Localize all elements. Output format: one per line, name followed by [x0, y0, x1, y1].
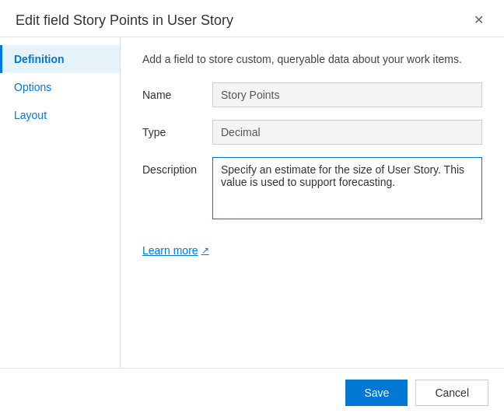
content-description: Add a field to store custom, queryable d… [142, 53, 482, 65]
name-row: Name [142, 82, 482, 107]
save-button[interactable]: Save [345, 380, 408, 406]
close-button[interactable]: ✕ [469, 12, 488, 28]
name-input[interactable] [212, 82, 482, 107]
type-input[interactable] [212, 120, 482, 145]
type-row: Type [142, 120, 482, 145]
sidebar: Definition Options Layout [0, 37, 121, 368]
name-label: Name [142, 82, 212, 101]
learn-more-row: Learn more ↗ [142, 244, 482, 257]
description-textarea[interactable]: Specify an estimate for the size of User… [212, 157, 482, 219]
learn-more-label: Learn more [142, 244, 198, 257]
description-row: Description Specify an estimate for the … [142, 157, 482, 219]
edit-field-dialog: Edit field Story Points in User Story ✕ … [0, 0, 504, 420]
sidebar-item-definition[interactable]: Definition [0, 45, 120, 73]
dialog-title: Edit field Story Points in User Story [16, 12, 233, 29]
learn-more-link[interactable]: Learn more ↗ [142, 244, 209, 257]
dialog-body: Definition Options Layout Add a field to… [0, 37, 504, 368]
dialog-footer: Save Cancel [0, 368, 504, 420]
external-link-icon: ↗ [201, 245, 209, 256]
dialog-header: Edit field Story Points in User Story ✕ [0, 0, 504, 37]
sidebar-item-layout[interactable]: Layout [0, 101, 120, 129]
content-panel: Add a field to store custom, queryable d… [121, 37, 504, 368]
type-label: Type [142, 120, 212, 138]
cancel-button[interactable]: Cancel [415, 380, 488, 406]
sidebar-item-options[interactable]: Options [0, 73, 120, 101]
description-label: Description [142, 157, 212, 176]
